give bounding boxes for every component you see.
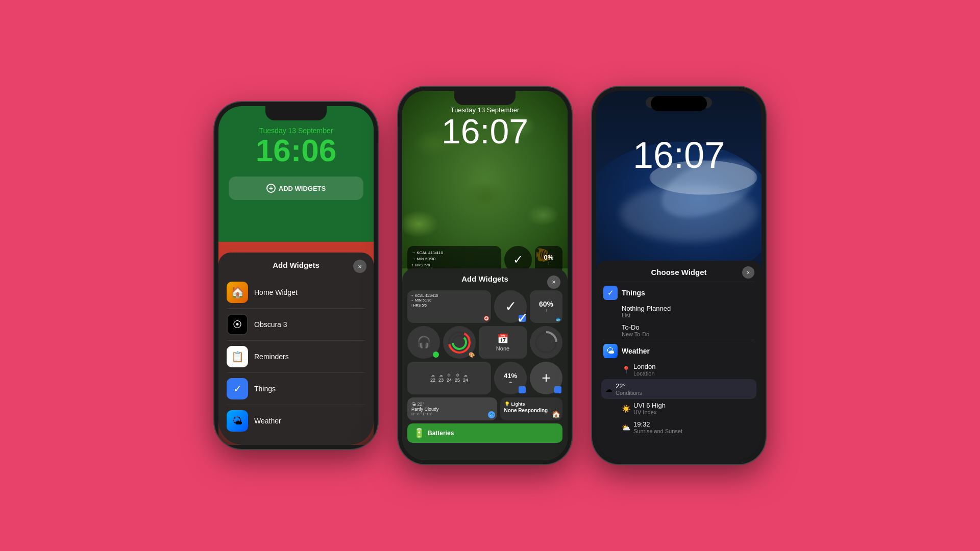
weather-section-icon: 🌤 xyxy=(603,344,618,358)
phone-2-background: 🐠 Tuesday 13 September 16:07 → KCAL 411/… xyxy=(402,91,568,460)
cup-widget[interactable] xyxy=(530,326,562,359)
weather-section: 🌤 Weather xyxy=(603,340,754,360)
lights-widget[interactable]: 💡 Lights None Responding 🏠 xyxy=(500,397,562,420)
conditions-label: 22° xyxy=(616,382,642,390)
percent-emoji: 🐟 xyxy=(555,316,561,322)
widget-item-home[interactable]: 🏠 Home Widget xyxy=(227,277,365,309)
uvi-row: ☀️ UVI 6 High UV Index xyxy=(622,402,754,415)
conditions-row: ☁ 22° Conditions xyxy=(605,382,752,396)
things-icon: ✓ xyxy=(227,378,248,399)
london-row: 📍 London Location xyxy=(622,363,754,377)
notch-2 xyxy=(454,91,516,105)
41pct-widget[interactable]: 41% ☁ xyxy=(494,362,527,394)
calendar-widget[interactable]: ☁22 ☁23 ⚙24 ⚙25 ☁24 xyxy=(407,362,491,394)
cal-day-14: ⚙24 xyxy=(447,373,452,383)
add-widgets-label: ADD WIDGETS xyxy=(279,185,326,192)
plus-icon: + xyxy=(266,184,276,193)
headphones-widget[interactable]: 🎧 xyxy=(407,326,440,359)
batteries-label: Batteries xyxy=(428,430,454,437)
activity-grid-widget[interactable]: → KCAL 411/410 → MIN 50/30 ↑ HRS 5/6 xyxy=(407,290,491,323)
phone-2: 🐠 Tuesday 13 September 16:07 → KCAL 411/… xyxy=(398,87,572,464)
add-widgets-area[interactable]: + ADD WIDGETS xyxy=(229,177,363,200)
cal-day-12: ☁22 xyxy=(430,373,435,383)
lights-label: Lights xyxy=(511,402,525,407)
battery-icon: 🔋 xyxy=(413,428,425,439)
panel-close-1[interactable]: × xyxy=(353,260,366,273)
plus-badge xyxy=(554,386,561,393)
hrs-row: ↑ HRS 5/6 xyxy=(411,262,497,268)
uvi-label: UVI 6 High xyxy=(633,402,666,409)
cw-close-button[interactable]: × xyxy=(742,266,754,279)
widget-panel-2: Add Widgets × → KCAL 411/410 → MIN 50/30… xyxy=(402,268,568,460)
home-widget-icon: 🏠 xyxy=(227,282,248,303)
add-widgets-button[interactable]: + ADD WIDGETS xyxy=(236,184,356,193)
phone-3-screen: Tue 13 ⛅ 19:28 16:07 Choose Widget × ✓ T… xyxy=(596,91,762,460)
phone-1-screen: Tuesday 13 September 16:06 + ADD WIDGETS… xyxy=(218,106,374,445)
home-widget-label: Home Widget xyxy=(254,288,298,296)
none-widget[interactable]: 📅 None xyxy=(479,326,527,359)
location-icon: 📍 xyxy=(622,366,630,374)
notch xyxy=(265,106,327,120)
phone-3-time: 16:07 xyxy=(596,137,762,173)
things-nothing-planned[interactable]: Nothing Planned List xyxy=(603,302,754,321)
widget-row-3: ☁22 ☁23 ⚙24 ⚙25 ☁24 41% ☁ + xyxy=(407,362,562,394)
svg-point-0 xyxy=(485,317,488,320)
widget-row-1: → KCAL 411/410 → MIN 50/30 ↑ HRS 5/6 ✓ ✓… xyxy=(407,290,562,323)
to-do-sub: New To-Do xyxy=(622,331,754,337)
percent-value: 0% xyxy=(544,254,554,261)
reminders-label: Reminders xyxy=(254,353,289,361)
percent-label: 60% xyxy=(539,300,553,308)
cal-day-13: ☁23 xyxy=(438,373,444,383)
percent-arrow: ↑ xyxy=(548,261,550,266)
rings-widget[interactable]: 🎨 xyxy=(443,326,476,359)
lights-status: None Responding xyxy=(504,408,558,413)
things-to-do[interactable]: To-Do New To-Do xyxy=(603,321,754,340)
lights-emoji: 🏠 xyxy=(552,410,560,418)
things-section: ✓ Things xyxy=(603,282,754,302)
uvi-sub: UV Index xyxy=(633,409,666,415)
calendar-days: ☁22 ☁23 ⚙24 ⚙25 ☁24 xyxy=(430,373,468,383)
panel-close-2[interactable]: × xyxy=(547,276,560,289)
weather-widget-wide[interactable]: 🌤 22° Partly Cloudy H:31° L:18° 🐟 xyxy=(407,397,497,420)
weather-desc: Partly Cloudy xyxy=(411,407,493,412)
weather-section-label: Weather xyxy=(622,347,650,355)
plus-add-icon: + xyxy=(542,369,551,387)
check-grid-widget[interactable]: ✓ ✓ xyxy=(494,290,527,323)
phone-1: Tuesday 13 September 16:06 + ADD WIDGETS… xyxy=(214,102,378,449)
green-dot xyxy=(433,352,439,358)
widget-item-weather[interactable]: 🌤 Weather xyxy=(227,405,365,437)
cw-title: Choose Widget xyxy=(651,268,706,277)
widget-panel-1: Add Widgets × 🏠 Home Widget ⦿ Obscura 3 … xyxy=(218,253,374,445)
weather-icon-label: 🌤 22° xyxy=(411,402,493,407)
widget-item-obscura[interactable]: ⦿ Obscura 3 xyxy=(227,309,365,341)
weather-conditions-selected[interactable]: ☁ 22° Conditions xyxy=(601,379,756,399)
weather-london[interactable]: 📍 London Location xyxy=(603,360,754,379)
london-sub: Location xyxy=(633,370,655,377)
reminders-icon: 📋 xyxy=(227,346,248,367)
weather-badge: 🐟 xyxy=(488,411,495,418)
phone-3-background: Tue 13 ⛅ 19:28 16:07 Choose Widget × ✓ T… xyxy=(596,91,762,460)
weather-uvi[interactable]: ☀️ UVI 6 High UV Index xyxy=(603,399,754,418)
check-badge: ✓ xyxy=(519,315,526,322)
activity-dot xyxy=(484,316,489,321)
cw-header: Choose Widget × xyxy=(603,268,754,277)
plus-widget[interactable]: + xyxy=(530,362,562,394)
cloud-icon: ☁ xyxy=(605,385,612,393)
dynamic-island xyxy=(651,96,707,111)
rings-emoji: 🎨 xyxy=(469,352,475,358)
cal-day-16: ☁24 xyxy=(463,373,468,383)
widget-item-reminders[interactable]: 📋 Reminders xyxy=(227,341,365,373)
things-section-icon: ✓ xyxy=(603,286,618,300)
widget-item-things[interactable]: ✓ Things xyxy=(227,373,365,405)
choose-widget-panel: Choose Widget × ✓ Things Nothing Planned… xyxy=(596,261,762,460)
nothing-planned-sub: List xyxy=(622,312,754,318)
weather-icon: 🌤 xyxy=(227,410,248,432)
weather-sunrise[interactable]: ⛅ 19:32 Sunrise and Sunset xyxy=(603,418,754,437)
percent-grid-widget[interactable]: 60% ↑ 🐟 xyxy=(530,290,562,323)
london-label: London xyxy=(633,363,655,370)
sunrise-label: 19:32 xyxy=(633,420,682,428)
things-label: Things xyxy=(254,385,276,393)
lights-title: 💡 Lights xyxy=(504,402,558,407)
none-icon: 📅 xyxy=(497,333,508,344)
batteries-bar[interactable]: 🔋 Batteries xyxy=(407,423,562,443)
